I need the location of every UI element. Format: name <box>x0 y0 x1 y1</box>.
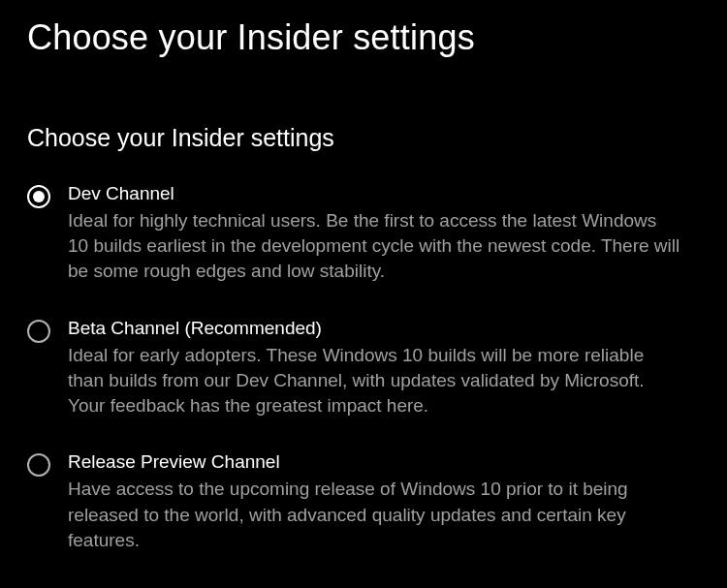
radio-content: Release Preview Channel Have access to t… <box>68 451 700 553</box>
radio-title: Beta Channel (Recommended) <box>68 318 680 339</box>
section-heading: Choose your Insider settings <box>27 124 700 152</box>
radio-option-beta-channel[interactable]: Beta Channel (Recommended) Ideal for ear… <box>27 318 700 419</box>
radio-title: Dev Channel <box>68 183 680 204</box>
radio-content: Dev Channel Ideal for highly technical u… <box>68 183 700 285</box>
radio-description: Have access to the upcoming release of W… <box>68 477 680 553</box>
radio-content: Beta Channel (Recommended) Ideal for ear… <box>68 318 700 419</box>
radio-button-icon <box>27 185 50 208</box>
radio-button-icon <box>27 320 50 343</box>
insider-channel-radio-group: Dev Channel Ideal for highly technical u… <box>27 183 700 553</box>
radio-button-icon <box>27 453 50 477</box>
radio-title: Release Preview Channel <box>68 451 680 473</box>
radio-description: Ideal for early adopters. These Windows … <box>68 343 680 419</box>
page-title: Choose your Insider settings <box>27 17 700 58</box>
radio-description: Ideal for highly technical users. Be the… <box>68 208 680 285</box>
radio-option-release-preview-channel[interactable]: Release Preview Channel Have access to t… <box>27 451 700 553</box>
radio-option-dev-channel[interactable]: Dev Channel Ideal for highly technical u… <box>27 183 700 285</box>
